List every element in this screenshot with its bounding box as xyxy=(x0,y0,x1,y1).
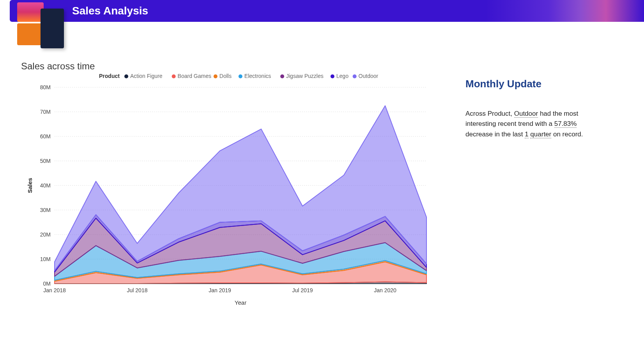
svg-text:Jan 2018: Jan 2018 xyxy=(43,287,66,293)
svg-text:60M: 60M xyxy=(40,133,51,139)
svg-text:Electronics: Electronics xyxy=(244,73,271,79)
svg-text:70M: 70M xyxy=(40,109,51,115)
app-logo xyxy=(17,2,72,49)
svg-text:Action Figure: Action Figure xyxy=(130,73,163,79)
insight-link-outdoor[interactable]: Outdoor xyxy=(514,110,538,118)
insight-t: on record. xyxy=(551,131,583,138)
app-header: Sales Analysis xyxy=(10,0,644,22)
svg-point-35 xyxy=(280,74,284,78)
svg-text:Product: Product xyxy=(99,73,120,79)
svg-point-37 xyxy=(331,74,334,78)
logo-block-pink xyxy=(17,2,44,22)
svg-text:Year: Year xyxy=(235,299,246,306)
svg-text:20M: 20M xyxy=(40,231,51,238)
svg-text:Outdoor: Outdoor xyxy=(359,73,379,79)
svg-text:Jigsaw Puzzles: Jigsaw Puzzles xyxy=(286,73,324,79)
svg-point-27 xyxy=(124,74,128,78)
insight-link-period[interactable]: quarter xyxy=(530,131,551,138)
svg-text:Jan 2020: Jan 2020 xyxy=(374,287,396,293)
svg-text:Dolls: Dolls xyxy=(219,73,232,79)
svg-text:80M: 80M xyxy=(40,84,51,90)
insight-t: Across Product, xyxy=(465,110,514,117)
insight-panel: Monthly Update Across Product, Outdoor h… xyxy=(465,78,590,139)
insight-t: decrease in the last xyxy=(465,131,525,138)
insight-title: Monthly Update xyxy=(465,78,590,90)
svg-text:30M: 30M xyxy=(40,207,51,213)
chart-title: Sales across time xyxy=(21,61,95,72)
svg-point-33 xyxy=(239,74,242,78)
svg-point-31 xyxy=(214,74,218,78)
logo-block-orange xyxy=(17,23,44,45)
svg-point-29 xyxy=(172,74,176,78)
svg-point-39 xyxy=(353,74,357,78)
chart[interactable]: 0M10M20M30M40M50M60M70M80MSalesJan 2018J… xyxy=(21,73,430,307)
svg-text:40M: 40M xyxy=(40,182,51,189)
svg-text:Jul 2018: Jul 2018 xyxy=(127,287,148,293)
insight-link-pct[interactable]: 57.83% xyxy=(554,120,577,128)
area-chart-svg: 0M10M20M30M40M50M60M70M80MSalesJan 2018J… xyxy=(21,73,430,307)
svg-text:Sales: Sales xyxy=(27,178,33,193)
svg-text:10M: 10M xyxy=(40,256,51,262)
insight-text: Across Product, Outdoor had the most int… xyxy=(465,109,590,139)
insight-link-count[interactable]: 1 xyxy=(525,131,528,138)
svg-text:Jul 2019: Jul 2019 xyxy=(292,287,313,293)
logo-block-navy xyxy=(41,9,64,48)
svg-text:Board Games: Board Games xyxy=(178,73,211,79)
svg-text:50M: 50M xyxy=(40,158,51,164)
svg-text:Lego: Lego xyxy=(336,73,349,79)
svg-text:0M: 0M xyxy=(43,281,51,287)
page-title: Sales Analysis xyxy=(72,5,148,17)
svg-text:Jan 2019: Jan 2019 xyxy=(209,287,231,293)
